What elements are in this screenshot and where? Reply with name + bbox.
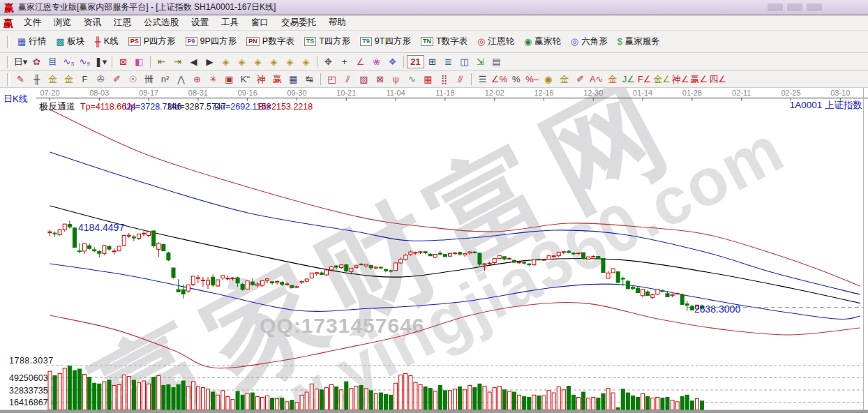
toolbar-button-winner-service[interactable]: $赢家服务 — [613, 34, 665, 49]
compress-horizontal-diamond-icon[interactable]: ◈ — [266, 56, 282, 68]
angle-measure-icon[interactable]: ∠ — [352, 56, 368, 68]
four-angle-icon[interactable]: 四∠ — [708, 73, 727, 85]
hand-tool-icon[interactable]: ✥ — [320, 56, 336, 68]
first-screen-icon[interactable]: ⇤ — [154, 56, 170, 68]
menu-item-tools[interactable]: 工具 — [215, 17, 245, 29]
f-angle-icon[interactable]: F∠ — [636, 73, 652, 85]
minimize-button[interactable] — [768, 3, 783, 11]
slant-lines-icon[interactable]: ⫻ — [452, 73, 468, 85]
toolbar-button-hexagon[interactable]: ◎六角形 — [566, 34, 613, 49]
fan-lines-icon[interactable]: ⫽ — [340, 73, 356, 85]
box-diagonal-icon[interactable]: ▨ — [356, 73, 372, 85]
golden-section-icon[interactable]: 金 — [45, 73, 61, 85]
menu-item-browse[interactable]: 浏览 — [47, 17, 77, 29]
menu-item-help[interactable]: 帮助 — [322, 17, 352, 29]
gann-circle-icon[interactable]: ☉ — [125, 73, 141, 85]
window-controls[interactable] — [768, 3, 822, 11]
toolbar-button-p-number-table[interactable]: PNP数字表 — [241, 34, 299, 49]
zigzag-icon[interactable]: ∿ — [404, 73, 420, 85]
ma9-icon[interactable]: ∿₉ — [77, 56, 93, 68]
toolbar-button-winner-wheel[interactable]: ◉赢家轮 — [519, 34, 566, 49]
ying-grid-icon[interactable]: 赢 — [269, 73, 285, 85]
candle-style-dropdown[interactable]: ❚▾ — [93, 56, 109, 68]
spiral-icon[interactable]: ✇ — [93, 73, 109, 85]
maximize-button[interactable] — [787, 3, 802, 11]
time-grid-icon[interactable]: 卌 — [141, 73, 157, 85]
info-view-icon[interactable]: 目 — [45, 56, 61, 68]
shen-angle-icon[interactable]: 神∠ — [671, 73, 690, 85]
calendar-21-icon[interactable]: 21 — [407, 55, 424, 68]
toolbar-button-9p-square[interactable]: P99P四方形 — [181, 34, 242, 49]
menu-item-settings[interactable]: 设置 — [185, 17, 215, 29]
wave-a-icon[interactable]: A∿ — [588, 73, 604, 85]
flower-pattern-icon[interactable]: ❀ — [368, 56, 384, 68]
grid-pattern-icon[interactable]: ❖ — [384, 56, 401, 68]
volume-bar — [246, 393, 249, 410]
gold-angle-icon[interactable]: 金∠ — [652, 73, 671, 85]
menu-item-file[interactable]: 文件 — [17, 17, 47, 29]
percent-line-icon[interactable]: %– — [524, 73, 540, 85]
menu-item-window[interactable]: 窗口 — [245, 17, 275, 29]
toolbar-button-gann-wheel[interactable]: ◎江恩轮 — [472, 34, 519, 49]
span-measure-icon[interactable]: ↹ — [301, 73, 317, 85]
box-target-icon[interactable]: ▣ — [221, 73, 237, 85]
golden-ratio-icon[interactable]: 金 — [61, 73, 77, 85]
toolbar-button-kline[interactable]: ╫K线 — [90, 34, 124, 49]
fibonacci-icon[interactable]: F — [77, 73, 93, 85]
indicator-window-icon[interactable]: ✿ — [29, 56, 45, 68]
compress-all-diamond-icon[interactable]: ◈ — [298, 56, 314, 68]
k-quote-icon[interactable]: Kʺ — [237, 73, 253, 85]
compass-icon[interactable]: ⊕ — [189, 73, 205, 85]
shen-grid-icon[interactable]: 神 — [253, 73, 269, 85]
ying-angle-icon[interactable]: 赢∠ — [690, 73, 709, 85]
export-icon[interactable]: ⇲ — [472, 56, 488, 68]
box-cross-icon[interactable]: ⊠ — [372, 73, 388, 85]
pan-right-diamond-icon[interactable]: ◈ — [234, 56, 250, 68]
calculator-icon[interactable]: ⊞ — [424, 56, 440, 68]
gold-line-icon[interactable]: 金 — [556, 73, 572, 85]
toolbar-button-quotes[interactable]: ▦行情 — [13, 34, 51, 49]
menu-item-formula-stock-pick[interactable]: 公式选股 — [137, 17, 185, 29]
expand-horizontal-diamond-icon[interactable]: ◈ — [250, 56, 266, 68]
color-bars-icon[interactable]: ◧ — [131, 56, 147, 68]
menu-item-news[interactable]: 资讯 — [77, 17, 107, 29]
print-icon[interactable]: ▤ — [488, 56, 504, 68]
menu-item-trade-entrust[interactable]: 交易委托 — [275, 17, 322, 29]
three-fan-icon[interactable]: ψ — [388, 73, 404, 85]
angle-percent-icon[interactable]: ∠% — [491, 73, 508, 85]
gold-angle-line-icon[interactable]: 金 — [604, 73, 620, 85]
pen2-icon[interactable]: ✐ — [109, 73, 125, 85]
toolbar-button-9t-square[interactable]: T99T四方形 — [355, 34, 416, 49]
crosshair-tool-icon[interactable]: + — [336, 56, 352, 68]
j-angle-icon[interactable]: J∠ — [620, 73, 636, 85]
star-compass-icon[interactable]: ✳ — [205, 73, 221, 85]
red-pen-icon[interactable]: ✐ — [572, 73, 588, 85]
dot-grid-icon[interactable]: ⣿ — [436, 73, 452, 85]
prev-bar-icon[interactable]: ◀ — [186, 56, 202, 68]
gann-pen-icon[interactable]: ✎ — [13, 73, 29, 85]
steps-icon[interactable]: ☰ — [474, 73, 491, 85]
gold-coin-icon[interactable]: ◉ — [540, 73, 556, 85]
menu-item-gann[interactable]: 江恩 — [107, 17, 137, 29]
percent-icon[interactable]: % — [508, 73, 524, 85]
toolbar-button-sectors[interactable]: ▩板块 — [51, 34, 89, 49]
toolbar-button-t-square[interactable]: TST四方形 — [299, 34, 356, 49]
price-grid-icon[interactable]: ╫ — [29, 73, 45, 85]
kline-style-dropdown[interactable]: 日▾ — [13, 56, 29, 68]
toolbar-button-t-number-table[interactable]: TNT数字表 — [416, 34, 472, 49]
n-square-icon[interactable]: n² — [157, 73, 173, 85]
red-grid-icon[interactable]: ▦ — [420, 73, 436, 85]
restore-layout-icon[interactable]: ⊠ — [115, 56, 131, 68]
number-grid-icon[interactable]: ▦ — [285, 73, 301, 85]
last-screen-icon[interactable]: ⇥ — [170, 56, 186, 68]
ma3-icon[interactable]: ∿₃ — [61, 56, 77, 68]
notes-icon[interactable]: ≣ — [440, 56, 456, 68]
box-corner-icon[interactable]: ◰ — [324, 73, 340, 85]
toolbar-button-p-square[interactable]: PSP四方形 — [124, 34, 181, 49]
save-icon[interactable]: ◫ — [456, 56, 472, 68]
expand-all-diamond-icon[interactable]: ◈ — [282, 56, 298, 68]
mirror-angle-icon[interactable]: ⋀ — [173, 73, 189, 85]
next-bar-icon[interactable]: ▶ — [202, 56, 218, 68]
close-button[interactable] — [807, 3, 822, 11]
pan-left-diamond-icon[interactable]: ◈ — [218, 56, 234, 68]
